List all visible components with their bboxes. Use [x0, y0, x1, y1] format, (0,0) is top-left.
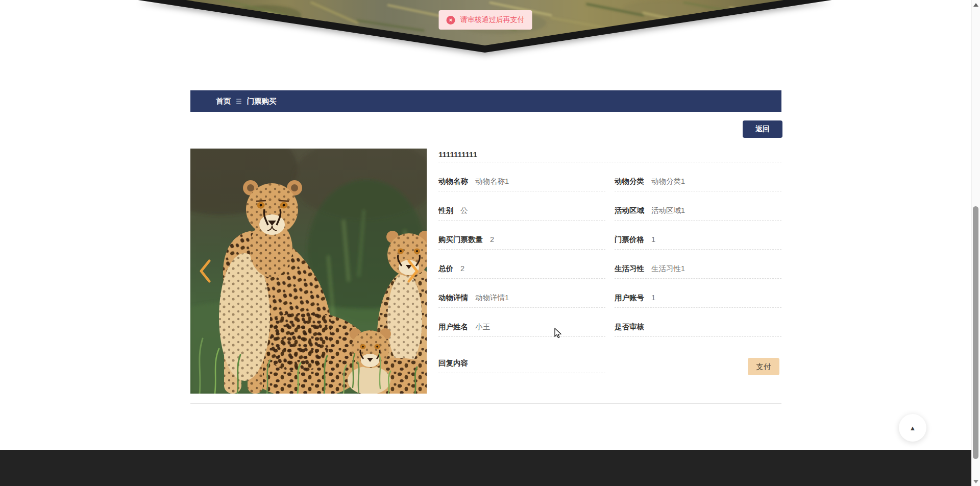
- field-value: 2: [460, 264, 464, 273]
- field-reply-content: 回复内容: [438, 337, 605, 373]
- breadcrumb: 首页 ☰ 门票购买: [190, 90, 781, 112]
- breadcrumb-current: 门票购买: [247, 96, 277, 106]
- content-divider: [190, 403, 781, 404]
- field-value: 动物分类1: [651, 177, 685, 186]
- field-label: 用户姓名: [438, 322, 468, 332]
- order-title: 1111111111: [438, 149, 781, 162]
- field-activity-area: 活动区域 活动区域1: [615, 191, 781, 221]
- field-review-status: 是否审核: [615, 308, 781, 337]
- hero-banner-chevron: [0, 0, 971, 61]
- field-value: 小王: [475, 322, 490, 332]
- field-total-price: 总价 2: [438, 250, 605, 279]
- field-label: 动物分类: [615, 177, 644, 186]
- field-label: 动物名称: [438, 177, 468, 186]
- field-label: 购买门票数量: [438, 235, 483, 245]
- field-user-account: 用户账号 1: [615, 279, 781, 308]
- field-label: 动物详情: [438, 293, 468, 303]
- field-animal-category: 动物分类 动物分类1: [615, 162, 781, 191]
- field-label: 活动区域: [615, 206, 644, 215]
- field-animal-name: 动物名称 动物名称1: [438, 162, 605, 191]
- ticket-detail-section: 1111111111 动物名称 动物名称1 动物分类 动物分类1 性别 公 活动…: [190, 149, 781, 394]
- toast-text: 请审核通过后再支付: [460, 15, 525, 25]
- field-gender: 性别 公: [438, 191, 605, 221]
- field-label: 回复内容: [438, 358, 468, 368]
- menu-icon: ☰: [236, 98, 242, 105]
- chevron-left-icon[interactable]: [199, 258, 212, 284]
- field-label: 生活习性: [615, 264, 644, 274]
- field-living-habits: 生活习性 生活习性1: [615, 250, 781, 279]
- field-value: 动物详情1: [475, 293, 509, 303]
- field-user-name: 用户姓名 小王: [438, 308, 605, 337]
- arrow-up-icon: ▲: [910, 424, 916, 432]
- field-value: 2: [490, 235, 494, 244]
- field-label: 门票价格: [615, 235, 644, 245]
- pay-cell: 支付: [615, 337, 781, 373]
- order-details: 1111111111 动物名称 动物名称1 动物分类 动物分类1 性别 公 活动…: [438, 149, 781, 373]
- animal-photo-carousel: [190, 149, 427, 394]
- breadcrumb-home-link[interactable]: 首页: [216, 96, 231, 106]
- scrollbar-thumb[interactable]: [973, 206, 978, 459]
- field-label: 性别: [438, 206, 453, 215]
- footer: [0, 450, 971, 486]
- field-value: 公: [460, 206, 468, 215]
- page: × 请审核通过后再支付 首页 ☰ 门票购买 返回: [0, 0, 971, 486]
- field-value: 生活习性1: [651, 264, 685, 274]
- toast-message: × 请审核通过后再支付: [439, 10, 532, 30]
- back-button[interactable]: 返回: [743, 120, 782, 138]
- scrollbar-up-arrow-icon[interactable]: [973, 3, 978, 7]
- chevron-right-icon[interactable]: [406, 258, 420, 284]
- cheetah-photo: [190, 149, 427, 394]
- field-value: 1: [651, 294, 655, 302]
- field-value: 动物名称1: [475, 177, 509, 186]
- field-ticket-quantity: 购买门票数量 2: [438, 221, 605, 250]
- field-value: 1: [651, 235, 655, 244]
- scrollbar-down-arrow-icon[interactable]: [973, 480, 978, 483]
- scroll-to-top-button[interactable]: ▲: [899, 414, 926, 442]
- field-label: 是否审核: [615, 322, 644, 332]
- pay-button[interactable]: 支付: [748, 358, 779, 375]
- field-value: 活动区域1: [651, 206, 685, 215]
- scrollbar[interactable]: [971, 0, 980, 486]
- field-ticket-price: 门票价格 1: [615, 221, 781, 250]
- error-circle-icon: ×: [447, 16, 455, 25]
- field-label: 总价: [438, 264, 453, 274]
- field-grid: 动物名称 动物名称1 动物分类 动物分类1 性别 公 活动区域 活动区域1 购买…: [438, 162, 781, 373]
- field-label: 用户账号: [615, 293, 644, 303]
- field-animal-details: 动物详情 动物详情1: [438, 279, 605, 308]
